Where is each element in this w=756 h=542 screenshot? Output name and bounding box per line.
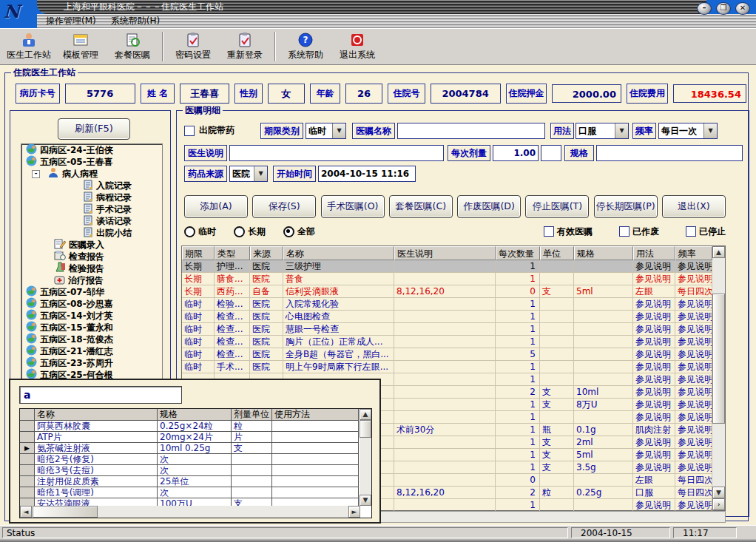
table-row[interactable]: 临时手术...医院明上午9时局麻下行左眼...1参见说明参见说明 [182,361,725,373]
column-header-6[interactable]: 单位 [540,246,574,260]
tree-item-16[interactable]: 五病区-18-范俊杰 [21,333,162,345]
drug-grid-vscrollbar[interactable]: ▲ ▼ [360,409,371,506]
drug-grid-hscrollbar[interactable]: ◄ ► [20,506,360,518]
chevron-down-icon[interactable]: ▼ [615,123,628,138]
order-button-3[interactable]: 套餐医嘱(C) [389,195,453,218]
tree-item-10[interactable]: 检验报告 [21,262,162,274]
column-header-5[interactable]: 每次数量 [496,246,540,260]
drug-search-input[interactable]: a [19,386,182,404]
discharge-med-checkbox[interactable] [184,126,195,136]
filter-checkbox-1[interactable]: 已作废 [619,226,659,238]
tree-item-5[interactable]: 手术记录 [21,203,162,215]
radio-icon[interactable] [234,226,245,237]
order-name-label[interactable]: 医嘱名称 [352,123,395,139]
drug-row[interactable]: 注射用促皮质素25单位 [20,476,371,487]
term-type-select[interactable]: 临时▼ [306,123,346,139]
table-row[interactable]: 临时检查...医院胸片（正位）正常成人...1参见说明参见说明 [182,336,725,348]
checkbox-icon[interactable] [619,226,630,237]
order-button-7[interactable]: 退出(X) [662,195,726,218]
menu-item-0[interactable]: 操作管理(M) [46,14,96,28]
tree-item-12[interactable]: 五病区-07-邹华 [21,286,162,298]
spec-input[interactable] [596,145,743,161]
radio-icon[interactable] [283,226,294,237]
drug-column-header-0[interactable] [20,409,35,421]
tree-item-8[interactable]: 医嘱录入 [21,239,162,251]
toolbar-button-doctor-workstation[interactable]: 医生工作站 [3,30,55,64]
scroll-thumb[interactable] [712,294,725,424]
drug-row[interactable]: 暗疮1号(调理)次 [20,487,371,498]
tree-item-14[interactable]: 五病区-14-刘才英 [21,310,162,322]
tree-item-17[interactable]: 五病区-21-潘红志 [21,345,162,357]
tree-item-13[interactable]: 五病区-08-沙思嘉 [21,298,162,310]
scroll-right-icon[interactable]: ► [348,506,360,518]
table-row[interactable]: 临时检查...医院全身B超（每器官，黑白...5参见说明参见说明 [182,348,725,361]
chevron-down-icon[interactable]: ▼ [254,166,267,181]
table-row[interactable]: 长期西药...自备信利妥滴眼液8,12,16,200支5ml左眼每日四次 [182,285,725,298]
table-row[interactable]: 临时检验...医院入院常规化验1参见说明参见说明 [182,298,725,311]
column-header-8[interactable]: 用法 [633,246,675,260]
toolbar-button-package-order[interactable]: 套餐医嘱 [107,30,158,64]
column-header-4[interactable]: 医生说明 [394,246,496,260]
order-button-6[interactable]: 停长期医嘱(P) [594,195,658,218]
frequency-label[interactable]: 频率 [632,123,656,139]
collapse-icon[interactable]: - [32,170,40,178]
drug-source-select[interactable]: 医院▼ [229,166,268,182]
radio-option-1[interactable]: 长期 [234,226,266,238]
order-button-0[interactable]: 添加(A) [184,195,248,218]
term-type-label[interactable]: 期限类别 [260,123,303,139]
column-header-1[interactable]: 类型 [215,246,250,260]
tree-item-6[interactable]: 谈话记录 [21,215,162,227]
radio-icon[interactable] [184,226,195,237]
drug-row[interactable]: 阿莫西林胶囊0.25g×24粒粒 [20,421,371,432]
order-button-5[interactable]: 停止医嘱(T) [525,195,589,218]
radio-option-2[interactable]: 全部 [283,226,315,238]
table-row[interactable]: 长期护理...医院三级护理1参见说明参见说明 [182,260,725,273]
toolbar-button-relogin[interactable]: 重新登录 [219,30,271,64]
restore-button[interactable]: ❐ [716,2,731,15]
usage-select[interactable]: 口服▼ [576,123,629,139]
checkbox-icon[interactable] [686,226,696,237]
toolbar-button-exit-system[interactable]: 退出系统 [331,30,383,64]
tree-item-11[interactable]: 治疗报告 [21,274,162,286]
toolbar-button-template-manage[interactable]: 模板管理 [55,30,107,64]
scroll-thumb[interactable] [33,506,98,518]
drug-row[interactable]: ▶氨茶碱注射液10ml 0.25g支 [20,443,371,454]
order-button-1[interactable]: 保存(S) [252,195,316,218]
tree-item-2[interactable]: -病人病程 [21,168,162,180]
scroll-down-icon[interactable]: ▼ [712,487,725,498]
minimize-button[interactable]: – [697,2,712,15]
column-header-2[interactable]: 来源 [250,246,283,260]
scroll-right-icon[interactable]: › [712,498,725,510]
tree-item-9[interactable]: 检查报告 [21,251,162,262]
column-header-7[interactable]: 规格 [574,246,633,260]
drug-column-header-1[interactable]: 名称 [35,409,158,421]
tree-item-4[interactable]: 病程记录 [21,192,162,203]
tree-item-1[interactable]: 五病区-05-王春喜 [21,156,162,168]
column-header-0[interactable]: 期限 [182,246,215,260]
refresh-button[interactable]: 刷新(F5) [58,118,130,140]
orders-table-vscrollbar[interactable]: ▲ ▼ › [712,246,725,510]
table-row[interactable]: 长期膳食...医院普食1参见说明参见说明 [182,273,725,285]
dose-unit-input[interactable] [541,145,561,161]
frequency-select[interactable]: 每日一次▼ [658,123,718,139]
table-row[interactable]: 临时检查...医院心电图检查1参见说明参见说明 [182,311,725,323]
toolbar-button-help[interactable]: ?系统帮助 [280,30,331,64]
dose-label[interactable]: 每次剂量 [448,145,490,161]
tree-item-7[interactable]: 出院小结 [21,227,162,239]
scroll-down-icon[interactable]: ▼ [360,495,371,506]
filter-checkbox-0[interactable]: 有效医嘱 [544,226,593,238]
tree-item-0[interactable]: 四病区-24-王伯侠 [21,144,162,156]
drug-column-header-2[interactable]: 规格 [158,409,232,421]
dose-input[interactable]: 1.00 [493,145,539,161]
drug-row[interactable]: 暗疮3号(去痘)次 [20,465,371,476]
table-row[interactable]: 临时检查...医院慧眼一号检查1参见说明参见说明 [182,323,725,336]
drug-row[interactable]: 暗疮2号(修复)次 [20,454,371,465]
column-header-9[interactable]: 频率 [675,246,712,260]
tree-item-3[interactable]: 入院记录 [21,180,162,192]
chevron-down-icon[interactable]: ▼ [703,123,717,138]
drug-row[interactable]: ATP片20mg×24片片 [20,432,371,443]
scroll-left-icon[interactable]: ◄ [20,506,32,518]
order-button-4[interactable]: 作废医嘱(D) [457,195,521,218]
checkbox-icon[interactable] [544,226,554,237]
scroll-up-icon[interactable]: ▲ [360,409,371,420]
